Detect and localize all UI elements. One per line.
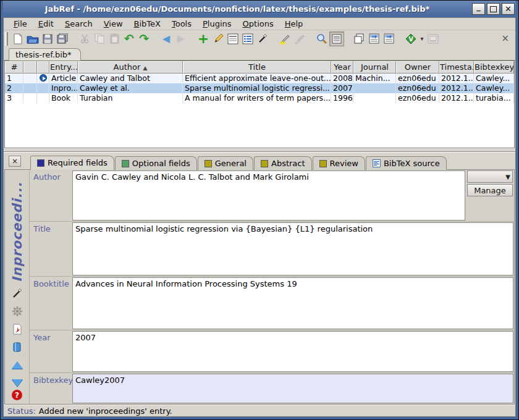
menu-tools[interactable]: Tools — [167, 19, 196, 29]
maximize-button[interactable] — [487, 3, 500, 15]
toolbar-drag-handle[interactable] — [5, 32, 8, 46]
tab-review[interactable]: Review — [313, 156, 365, 170]
entry-type-label: Inproceedi... — [10, 178, 25, 282]
toggle-preview-icon[interactable] — [226, 32, 240, 46]
minimize-icon: _ — [476, 2, 481, 10]
review-tab-icon — [319, 160, 327, 167]
help-icon[interactable]: ? — [12, 390, 22, 400]
menu-plugins[interactable]: Plugins — [198, 19, 237, 29]
menu-help[interactable]: Help — [280, 19, 308, 29]
import-into-new-icon[interactable] — [381, 32, 396, 46]
col-header-title[interactable]: Title — [183, 61, 331, 74]
edit-entry-icon[interactable] — [211, 32, 226, 46]
autogenerate-keys-icon[interactable] — [255, 32, 270, 46]
general-tab-icon — [205, 160, 212, 167]
import-into-current-icon[interactable] — [366, 32, 381, 46]
year-label: Year — [30, 330, 72, 372]
editor-close-button[interactable]: × — [9, 156, 21, 167]
search-icon[interactable] — [314, 32, 329, 46]
autogenerate-key-icon[interactable] — [11, 287, 24, 300]
redo-icon[interactable]: ↷ — [137, 32, 151, 46]
status-bar: Status: Added new 'inproceedings' entry. — [4, 405, 515, 416]
next-entry-icon[interactable] — [11, 376, 24, 390]
cut-icon[interactable] — [77, 32, 92, 46]
booktitle-field[interactable]: Advances in Neural Information Processin… — [73, 278, 513, 329]
entry-editor: × Required fields Optional fields Genera… — [4, 152, 515, 405]
unmark-entries-icon[interactable] — [292, 32, 307, 46]
forward-icon[interactable]: ▶ — [174, 32, 188, 46]
back-icon[interactable]: ◀ — [159, 32, 174, 46]
url-icon[interactable] — [40, 74, 47, 82]
author-label: Author — [30, 170, 72, 221]
open-file-icon[interactable] — [426, 32, 441, 46]
tab-bibtex-source[interactable]: BibTeX source — [366, 156, 447, 170]
close-button[interactable]: ✕ — [502, 3, 515, 15]
col-header-owner[interactable]: Owner — [396, 61, 439, 74]
bibtexkey-label: Bibtexkey — [30, 373, 72, 404]
gear-icon[interactable] — [11, 304, 24, 318]
col-header-bibtexkey[interactable]: Bibtexkey — [474, 61, 514, 74]
abstract-tab-icon — [261, 160, 268, 167]
undo-icon[interactable]: ↶ — [122, 32, 137, 46]
open-database-icon[interactable] — [25, 32, 40, 46]
new-entry-icon[interactable]: + — [196, 32, 211, 46]
duplicate-entry-icon[interactable] — [352, 32, 366, 46]
col-header-icon1[interactable] — [23, 61, 37, 74]
menu-file[interactable]: File — [9, 19, 32, 29]
col-header-journal[interactable]: Journal — [353, 61, 396, 74]
menu-options[interactable]: Options — [238, 19, 279, 29]
manage-button[interactable]: Manage — [467, 184, 513, 196]
table-editor-splitter[interactable] — [4, 148, 515, 153]
save-database-icon[interactable] — [40, 32, 55, 46]
optional-fields-icon — [122, 160, 129, 167]
previous-entry-icon[interactable] — [11, 358, 24, 372]
col-header-timestamp[interactable]: Timesta... — [439, 61, 474, 74]
database-tab-strip: thesis-ref.bib* — [4, 48, 515, 61]
copy-icon[interactable] — [92, 32, 107, 46]
push-dropdown-icon[interactable]: ▾ — [418, 32, 426, 46]
editor-side-strip: Inproceedi... ? — [5, 170, 30, 404]
col-header-entrytype[interactable]: Entry... — [49, 61, 78, 74]
bibtexkey-field[interactable]: Cawley2007 — [73, 374, 513, 403]
save-all-icon[interactable] — [55, 32, 70, 46]
database-tab[interactable]: thesis-ref.bib* — [9, 48, 81, 61]
tab-required-fields[interactable]: Required fields — [30, 156, 114, 170]
author-field[interactable]: Gavin C. Cawley and Nicola L. C. Talbot … — [73, 171, 465, 220]
paste-icon[interactable] — [107, 32, 122, 46]
title-label: Title — [30, 222, 72, 276]
year-field[interactable]: 2007 — [73, 332, 513, 371]
status-message: Added new 'inproceedings' entry. — [39, 406, 172, 416]
col-header-number[interactable]: # — [5, 61, 23, 74]
menu-bibtex[interactable]: BibTeX — [129, 19, 166, 29]
author-names-combobox[interactable]: ▼ — [467, 170, 513, 183]
minimize-button[interactable]: _ — [472, 3, 485, 15]
mark-entries-icon[interactable] — [277, 32, 292, 46]
author-field-row: Author Gavin C. Cawley and Nicola L. C. … — [30, 170, 514, 222]
open-pdf-icon[interactable] — [11, 322, 24, 336]
tab-optional-fields[interactable]: Optional fields — [115, 156, 197, 170]
menu-search[interactable]: Search — [60, 19, 98, 29]
toggle-search-panel-icon[interactable] — [329, 32, 344, 46]
database-tab-label: thesis-ref.bib* — [15, 50, 72, 59]
title-field[interactable]: Sparse multinomial logistic regression v… — [73, 223, 513, 275]
col-header-author[interactable]: Author ▲ — [78, 61, 183, 74]
push-to-vim-icon[interactable]: V — [403, 32, 418, 46]
close-icon: ✕ — [505, 5, 512, 13]
tab-general[interactable]: General — [198, 156, 253, 170]
chevron-down-icon: ▼ — [505, 174, 510, 180]
close-icon: × — [12, 157, 18, 166]
close-sidepane-icon[interactable]: × — [501, 34, 509, 43]
col-header-year[interactable]: Year — [331, 61, 353, 74]
menu-edit[interactable]: Edit — [33, 19, 59, 29]
menu-view[interactable]: View — [99, 19, 128, 29]
editor-tab-row: × Required fields Optional fields Genera… — [4, 153, 515, 169]
title-bar[interactable]: JabRef - /home/ezn06edu/Documents/nonfic… — [3, 1, 516, 17]
col-header-icon2[interactable] — [37, 61, 49, 74]
new-database-icon[interactable] — [11, 32, 25, 46]
tab-abstract[interactable]: Abstract — [254, 156, 312, 170]
open-url-icon[interactable] — [11, 340, 24, 354]
menu-bar: File Edit Search View BibTeX Tools Plugi… — [4, 18, 515, 30]
booktitle-label: Booktitle — [30, 277, 72, 330]
toggle-groups-icon[interactable] — [240, 32, 255, 46]
source-icon — [373, 159, 381, 167]
